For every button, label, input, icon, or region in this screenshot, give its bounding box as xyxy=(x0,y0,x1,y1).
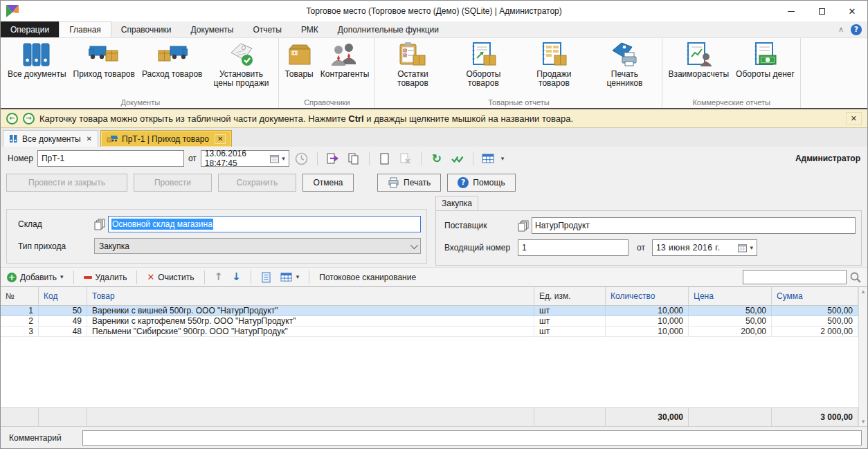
close-tab-icon[interactable] xyxy=(215,134,226,144)
chevron-down-icon xyxy=(282,156,285,162)
button-label: Установить цены продажи xyxy=(209,70,273,88)
cell-product: Вареники с картофелем 550гр. ООО "НатурП… xyxy=(87,316,534,326)
set-time-button[interactable] xyxy=(293,150,310,167)
row-editor-button[interactable] xyxy=(259,270,273,285)
history-button[interactable] xyxy=(428,150,445,167)
close-button[interactable] xyxy=(837,1,867,21)
cancel-button[interactable]: Отмена xyxy=(302,174,354,192)
clear-rows-button[interactable]: Очистить xyxy=(145,270,196,285)
post-and-close-button[interactable]: Провести и закрыть xyxy=(6,174,127,192)
scroll-down-icon[interactable] xyxy=(862,419,865,425)
arrow-right-icon xyxy=(26,115,31,122)
contractors-button[interactable]: Контрагенты xyxy=(317,40,373,80)
incoming-number-input[interactable]: 1 xyxy=(518,239,629,256)
column-header-sum[interactable]: Сумма xyxy=(772,287,858,305)
column-header-unit[interactable]: Ед. изм. xyxy=(534,287,606,305)
table-row[interactable]: 3 48 Пельмени "Сибирские" 900гр. ООО "На… xyxy=(1,327,858,337)
ribbon-tab-home[interactable]: Главная xyxy=(59,21,111,37)
document-date-input[interactable]: 13.06.2016 18:47:45 xyxy=(201,150,289,167)
pages-icon[interactable] xyxy=(94,219,106,230)
grid-settings-button[interactable] xyxy=(480,150,497,167)
set-sale-prices-button[interactable]: Установить цены продажи xyxy=(206,40,276,89)
column-header-product[interactable]: Товар xyxy=(87,287,534,305)
all-documents-button[interactable]: Все документы xyxy=(4,40,70,80)
ribbon-tab-reports[interactable]: Отчеты xyxy=(243,21,291,37)
supplier-value: НатурПродукт xyxy=(535,221,590,230)
cell-price: 200,00 xyxy=(689,327,772,336)
pages-icon[interactable] xyxy=(518,220,530,232)
ribbon-tab-operations[interactable]: Операции xyxy=(1,21,59,37)
goods-expense-button[interactable]: Расход товаров xyxy=(138,40,206,80)
help-icon[interactable] xyxy=(851,24,862,35)
column-header-price[interactable]: Цена xyxy=(689,287,772,305)
column-header-num[interactable]: № xyxy=(1,287,39,305)
search-input[interactable] xyxy=(743,270,847,284)
chevron-down-icon[interactable] xyxy=(501,156,505,162)
goods-button[interactable]: Товары xyxy=(281,40,316,80)
new-page-button[interactable] xyxy=(377,150,393,167)
minimize-button[interactable] xyxy=(776,1,806,21)
grid-columns-button[interactable] xyxy=(278,270,302,285)
tab-all-documents[interactable]: Все документы xyxy=(3,130,98,147)
income-type-select[interactable]: Закупка xyxy=(94,238,421,254)
verify-button[interactable] xyxy=(449,150,466,167)
notification-bar: Карточку товара можно открыть из табличн… xyxy=(1,108,867,128)
goods-turnover-button[interactable]: Обороты товаров xyxy=(448,40,518,89)
notification-close-button[interactable] xyxy=(846,112,862,125)
ribbon-tab-documents[interactable]: Документы xyxy=(181,21,244,37)
delete-row-button[interactable]: Удалить xyxy=(82,270,129,285)
app-window: Торговое место (Торговое место (Демо) (S… xyxy=(0,0,868,449)
tab-goods-income-document[interactable]: ПрТ-1 | Приход товаро xyxy=(100,130,232,147)
move-row-up-button[interactable] xyxy=(213,270,226,285)
maximize-button[interactable] xyxy=(806,1,837,21)
truck-in-icon xyxy=(89,42,119,68)
vertical-scrollbar[interactable] xyxy=(858,287,867,426)
ribbon-tab-rmk[interactable]: РМК xyxy=(291,21,328,37)
button-label: Приход товаров xyxy=(73,70,135,79)
table-row[interactable]: 2 49 Вареники с картофелем 550гр. ООО "Н… xyxy=(1,316,858,327)
add-row-button[interactable]: Добавить xyxy=(5,270,66,285)
post-button[interactable]: Провести xyxy=(134,174,212,192)
copy-document-button[interactable] xyxy=(345,150,362,167)
tab-purchase[interactable]: Закупка xyxy=(435,196,478,210)
comment-input[interactable] xyxy=(82,430,862,446)
delete-page-button[interactable] xyxy=(397,150,414,167)
stock-report-icon xyxy=(398,42,427,68)
stream-scan-button[interactable]: Потоковое сканирование xyxy=(317,270,418,285)
settlements-button[interactable]: Взаиморасчеты xyxy=(664,40,732,80)
scroll-up-icon[interactable] xyxy=(862,288,865,295)
next-tip-button[interactable] xyxy=(23,113,35,125)
warehouse-group: Склад Основной склад магазина Тип приход… xyxy=(6,209,427,264)
goods-stock-button[interactable]: Остатки товаров xyxy=(377,40,448,89)
search-icon[interactable] xyxy=(849,271,862,284)
close-tab-icon[interactable] xyxy=(87,136,92,143)
collapse-ribbon-icon[interactable] xyxy=(838,26,844,33)
warehouse-input[interactable]: Основной склад магазина xyxy=(108,216,421,232)
supplier-input[interactable]: НатурПродукт xyxy=(532,217,856,234)
ribbon-tab-extra[interactable]: Дополнительные функции xyxy=(328,21,449,37)
turnover-report-icon xyxy=(469,42,498,68)
save-button[interactable]: Сохранить xyxy=(218,174,296,192)
help-button[interactable]: Помощь xyxy=(447,174,515,192)
plus-icon xyxy=(7,273,17,282)
goods-sales-button[interactable]: Продажи товаров xyxy=(518,40,589,89)
document-number-input[interactable]: ПрТ-1 xyxy=(37,150,184,167)
button-label: Печать ценников xyxy=(593,70,656,88)
grid-header-row: № Код Товар Ед. изм. Количество Цена Сум… xyxy=(1,287,858,306)
button-label: Остатки товаров xyxy=(381,70,444,88)
print-button[interactable]: Печать xyxy=(377,174,441,192)
column-header-code[interactable]: Код xyxy=(39,287,87,305)
export-document-button[interactable] xyxy=(325,150,341,167)
ribbon-tools xyxy=(838,21,867,37)
column-header-qty[interactable]: Количество xyxy=(606,287,689,305)
incoming-date-input[interactable]: 13 июня 2016 г. xyxy=(652,239,757,256)
move-row-down-button[interactable] xyxy=(230,270,243,285)
minus-icon xyxy=(84,276,92,279)
table-row[interactable]: 1 50 Вареники с вишней 500гр. ООО "Натур… xyxy=(1,306,858,316)
print-price-tags-button[interactable]: Печать ценников xyxy=(589,40,660,89)
cell-num: 1 xyxy=(1,306,39,315)
goods-income-button[interactable]: Приход товаров xyxy=(70,40,138,80)
money-turnover-button[interactable]: Обороты денег xyxy=(732,40,798,80)
ribbon-tab-references[interactable]: Справочники xyxy=(111,21,181,37)
previous-tip-button[interactable] xyxy=(6,113,18,125)
